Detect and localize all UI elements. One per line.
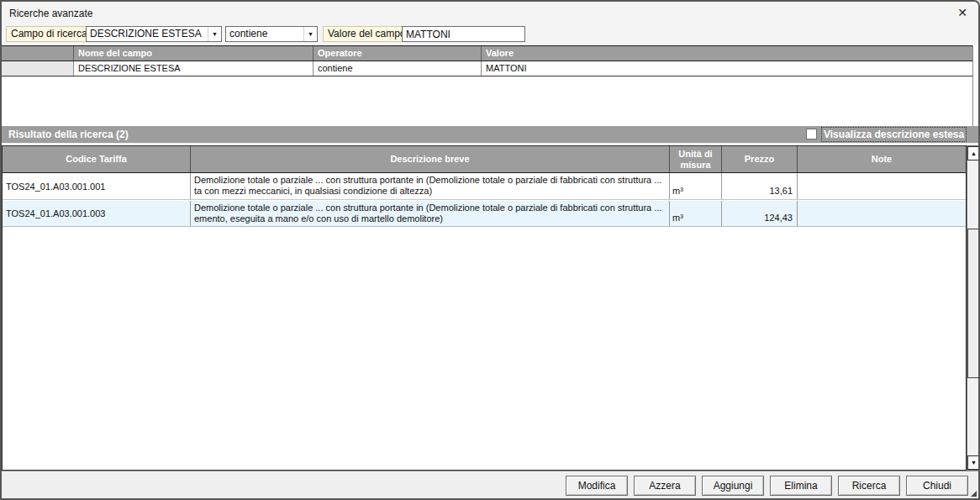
modifica-button[interactable]: Modifica (566, 476, 628, 496)
column-header-price[interactable]: Prezzo (721, 146, 797, 172)
search-value-label: Valore del campo: (323, 26, 414, 42)
row-note (797, 173, 966, 199)
table-row[interactable]: TOS24_01.A03.001.003 Demolizione totale … (3, 201, 966, 227)
extended-description-checkbox-label[interactable]: Visualizza descrizione estesa (821, 127, 967, 142)
elimina-button[interactable]: Elimina (770, 476, 832, 496)
criteria-header-operator[interactable]: Operatore (313, 46, 481, 61)
criteria-row-value: MATTONI (481, 61, 972, 76)
criteria-header-value[interactable]: Valore (481, 46, 972, 61)
chevron-down-icon: ▼ (303, 27, 317, 41)
criteria-header-row: Nome del campo Operatore Valore (2, 45, 972, 61)
row-description: Demolizione totale o parziale ... con st… (190, 201, 669, 226)
column-header-code[interactable]: Codice Tariffa (3, 146, 190, 172)
column-header-note[interactable]: Note (797, 146, 966, 172)
criteria-header-field[interactable]: Nome del campo (73, 46, 313, 61)
extended-description-checkbox[interactable] (806, 129, 817, 139)
row-description-line1: Demolizione totale o parziale ... con st… (194, 203, 666, 213)
operator-dropdown[interactable]: contiene ▼ (225, 26, 318, 42)
results-scrollbar[interactable]: ▲ ▼ (967, 145, 980, 471)
chevron-down-icon: ▼ (208, 27, 221, 41)
search-value-input[interactable] (402, 26, 525, 42)
column-header-description[interactable]: Descrizione breve (190, 146, 669, 172)
row-unit: m³ (669, 201, 721, 226)
column-header-unit[interactable]: Unità di misura (669, 146, 721, 172)
azzera-button[interactable]: Azzera (634, 476, 696, 496)
row-code: TOS24_01.A03.001.001 (3, 173, 190, 199)
search-field-label: Campo di ricerca: (6, 26, 95, 42)
results-header-row: Codice Tariffa Descrizione breve Unità d… (3, 146, 966, 173)
criteria-header-selector (2, 46, 73, 61)
scroll-up-icon[interactable]: ▲ (967, 146, 980, 161)
close-icon[interactable]: ✕ (955, 5, 970, 20)
criteria-empty-area (2, 77, 972, 126)
table-row[interactable]: TOS24_01.A03.001.001 Demolizione totale … (3, 173, 966, 200)
results-table: Codice Tariffa Descrizione breve Unità d… (2, 145, 967, 471)
criteria-row-field: DESCRIZIONE ESTESA (73, 61, 313, 76)
aggiungi-button[interactable]: Aggiungi (702, 476, 764, 496)
row-unit: m³ (669, 173, 721, 199)
row-price: 124,43 (721, 201, 797, 226)
criteria-scroll-track[interactable] (972, 45, 980, 126)
advanced-search-dialog: Ricerche avanzate ✕ Campo di ricerca: DE… (0, 0, 980, 500)
search-field-dropdown-value: DESCRIZIONE ESTESA (87, 27, 208, 41)
ricerca-button[interactable]: Ricerca (838, 476, 900, 496)
row-description-line2: emento, eseguita a mano e/o con uso di m… (194, 213, 666, 224)
scroll-down-icon[interactable]: ▼ (967, 455, 980, 470)
criteria-row-operator: contiene (313, 61, 481, 76)
row-description-line2: ta con mezzi meccanici, in qualsiasi con… (194, 186, 666, 197)
criteria-row[interactable]: DESCRIZIONE ESTESA contiene MATTONI (2, 61, 972, 76)
row-price: 13,61 (721, 173, 797, 199)
row-note (797, 201, 966, 226)
footer-toolbar: Modifica Azzera Aggiungi Elimina Ricerca… (2, 471, 978, 499)
row-description: Demolizione totale o parziale ... con st… (190, 173, 669, 199)
row-code: TOS24_01.A03.001.003 (3, 201, 190, 226)
search-field-dropdown[interactable]: DESCRIZIONE ESTESA ▼ (86, 26, 222, 42)
operator-dropdown-value: contiene (226, 27, 303, 41)
criteria-row-selector[interactable] (2, 61, 73, 76)
resize-grip[interactable] (971, 491, 977, 497)
chiudi-button[interactable]: Chiudi (906, 476, 968, 496)
row-description-line1: Demolizione totale o parziale ... con st… (194, 175, 666, 186)
scrollbar-thumb[interactable] (967, 229, 980, 378)
dialog-title: Ricerche avanzate (9, 8, 92, 19)
